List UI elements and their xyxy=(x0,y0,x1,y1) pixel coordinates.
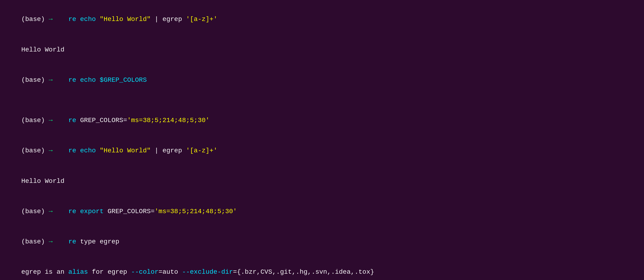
cmd-re: re xyxy=(68,208,76,215)
grep-colors-value: 'ms=38;5;214;48;5;30' xyxy=(127,117,210,124)
terminal-line: (base) → re echo "Hello World" | egrep '… xyxy=(6,4,638,34)
cmd-echo: echo xyxy=(80,16,96,23)
string-arg: "Hello World" xyxy=(96,16,151,23)
output-text: Hello World xyxy=(21,46,64,53)
prompt-arrow: → xyxy=(49,238,53,245)
prompt-base: (base) xyxy=(21,208,49,215)
terminal-line: (base) → re type egrep xyxy=(6,227,638,257)
cmd-export: export xyxy=(80,208,104,215)
terminal-line: (base) → re echo $GREP_COLORS xyxy=(6,65,638,95)
color-option: --color xyxy=(131,268,159,276)
prompt-base: (base) xyxy=(21,147,49,154)
alias-keyword: alias xyxy=(68,268,88,276)
terminal-window: (base) → re echo "Hello World" | egrep '… xyxy=(6,4,638,280)
cmd-re: re xyxy=(68,76,76,84)
cmd-spacing xyxy=(53,16,68,23)
cmd-re: re xyxy=(68,117,76,124)
prompt-base: (base) xyxy=(21,117,49,124)
cmd-re: re xyxy=(68,147,76,154)
terminal-output: Hello World xyxy=(6,166,638,196)
terminal-output-alias: egrep is an alias for egrep --color=auto… xyxy=(6,257,638,280)
var-ref: $GREP_COLORS xyxy=(100,76,147,84)
prompt-arrow: → xyxy=(49,16,53,23)
terminal-output: Hello World xyxy=(6,34,638,65)
prompt-arrow: → xyxy=(49,117,53,124)
prompt-arrow: → xyxy=(49,208,53,215)
cmd-echo: echo xyxy=(80,76,96,84)
exclude-option: --exclude-dir xyxy=(182,268,233,276)
terminal-line: (base) → re GREP_COLORS='ms=38;5;214;48;… xyxy=(6,105,638,136)
cmd-re: re xyxy=(68,16,76,23)
prompt-base: (base) xyxy=(21,238,49,245)
cmd-echo: echo xyxy=(80,147,96,154)
terminal-line: (base) → re export GREP_COLORS='ms=38;5;… xyxy=(6,196,638,226)
empty-line xyxy=(6,95,638,105)
grep-colors-value: 'ms=38;5;214;48;5;30' xyxy=(155,208,237,215)
terminal-line: (base) → re echo "Hello World" | egrep '… xyxy=(6,136,638,166)
cmd-re: re xyxy=(68,238,76,245)
prompt-base: (base) xyxy=(21,76,49,84)
prompt-base: (base) xyxy=(21,16,49,23)
string-arg: "Hello World" xyxy=(96,147,151,154)
prompt-arrow: → xyxy=(49,76,53,84)
assignment: GREP_COLORS= xyxy=(80,117,127,124)
output-text: Hello World xyxy=(21,177,64,185)
prompt-arrow: → xyxy=(49,147,53,154)
